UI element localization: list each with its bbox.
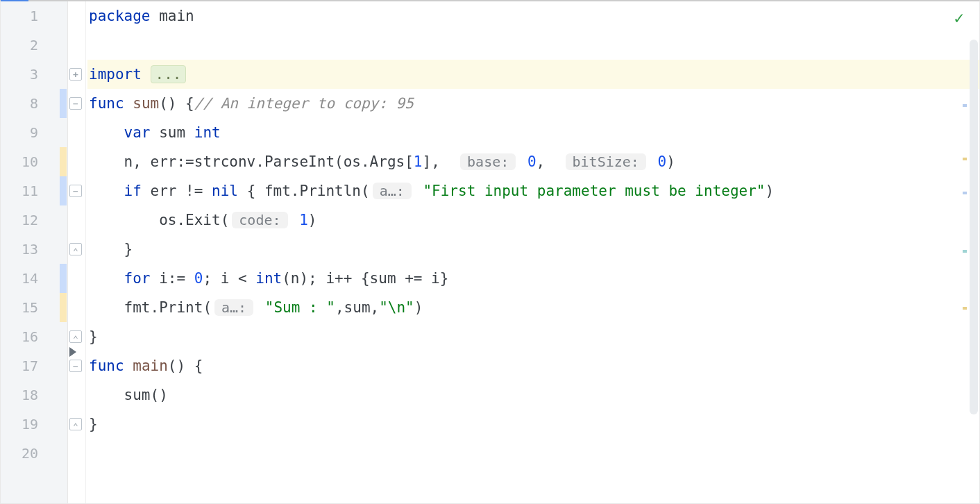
line-number[interactable]: 8 (1, 89, 67, 118)
keyword: for (124, 270, 151, 287)
expr: i:= (151, 270, 194, 287)
number: 0 (527, 153, 537, 170)
code-editor[interactable]: 1 2 3 8 9 10 11 12 13 14 15 16 17 18 19 … (0, 0, 980, 504)
fold-end-icon[interactable] (69, 243, 82, 255)
code-line[interactable]: for i:= 0 ; i < int (n); i++ {sum += i} (87, 264, 979, 293)
fold-end-icon[interactable] (69, 418, 82, 430)
code-line[interactable]: var sum int (87, 118, 979, 147)
function-name: main (133, 358, 168, 374)
number: 0 (194, 270, 203, 287)
call: os.Exit (159, 212, 221, 228)
punct: ], (422, 153, 457, 170)
fold-column (68, 1, 86, 503)
package-name: main (159, 8, 194, 24)
code-line[interactable]: } (87, 410, 979, 439)
call: strconv.ParseInt (194, 153, 335, 170)
line-number[interactable]: 19 (1, 410, 67, 439)
code-line[interactable]: n, err := strconv.ParseInt (os.Args[ 1 ]… (87, 147, 979, 176)
vcs-change-marker[interactable] (60, 293, 67, 322)
marker-tick[interactable] (963, 104, 967, 107)
line-number[interactable]: 17 (1, 351, 67, 380)
type: int (194, 124, 221, 141)
indent (89, 124, 124, 141)
inlay-hint[interactable]: a…: (373, 183, 412, 199)
line-number[interactable]: 13 (1, 235, 67, 264)
code-line[interactable] (87, 439, 979, 468)
line-number[interactable]: 16 (1, 322, 67, 351)
indent (89, 299, 124, 316)
line-number[interactable]: 9 (1, 118, 67, 147)
inlay-hint[interactable]: code: (232, 212, 287, 228)
line-number[interactable]: 14 (1, 264, 67, 293)
code-line[interactable]: os.Exit ( code: 1 ) (87, 205, 979, 235)
vcs-change-marker[interactable] (60, 89, 67, 118)
number: 0 (658, 153, 667, 170)
call: fmt.Println (264, 183, 361, 199)
code-line[interactable]: sum() (87, 380, 979, 410)
call: fmt.Print (124, 299, 203, 316)
code-line[interactable]: func sum () { // An integer to copy: 95 (87, 89, 979, 118)
expr: ; i < (203, 270, 255, 287)
inlay-hint[interactable]: a…: (214, 299, 253, 316)
function-name: sum (133, 95, 159, 112)
punct: ) (308, 212, 317, 228)
string: "\n" (379, 299, 414, 316)
marker-tick[interactable] (963, 158, 967, 160)
code-line[interactable]: } (87, 235, 979, 264)
line-number[interactable]: 10 (1, 147, 67, 176)
folded-region[interactable]: ... (151, 65, 187, 83)
brace: } (89, 328, 98, 345)
line-number[interactable]: 3 (1, 60, 67, 89)
punct: ( (361, 183, 370, 199)
space (291, 212, 300, 228)
punct: ( (203, 299, 212, 316)
fold-expand-icon[interactable] (69, 68, 82, 81)
code-line[interactable] (87, 31, 979, 60)
code-line[interactable]: if err != nil { fmt.Println ( a…: "First… (87, 176, 979, 205)
identifier: n, err (124, 153, 177, 170)
line-number[interactable]: 11 (1, 176, 67, 205)
indent (89, 387, 124, 403)
keyword: var (124, 124, 151, 141)
code-area[interactable]: ✓ package main import ... func sum () { … (86, 1, 979, 503)
number: 1 (299, 212, 308, 228)
call: sum() (124, 387, 168, 403)
inlay-hint[interactable]: bitSize: (566, 153, 646, 170)
inlay-hint[interactable]: base: (460, 153, 516, 170)
punct: (os.Args[ (335, 153, 414, 170)
string: "First input parameter must be integer" (423, 183, 765, 199)
punct: () { (168, 358, 203, 374)
code-line[interactable]: import ... (87, 60, 979, 89)
fold-collapse-icon[interactable] (69, 97, 82, 110)
code-line[interactable]: } (87, 322, 979, 351)
inspection-ok-icon[interactable]: ✓ (954, 8, 964, 28)
line-number[interactable]: 20 (1, 439, 67, 468)
line-number[interactable]: 15 (1, 293, 67, 322)
keyword: package (89, 8, 151, 24)
punct: ) (414, 299, 423, 316)
vertical-scrollbar[interactable] (970, 40, 978, 414)
indent (89, 153, 124, 170)
punct: { (238, 183, 264, 199)
marker-tick[interactable] (963, 307, 967, 310)
fold-collapse-icon[interactable] (69, 360, 82, 372)
code-line[interactable]: fmt.Print ( a…: "Sum : " ,sum, "\n" ) (87, 293, 979, 322)
indent (89, 183, 124, 199)
fold-collapse-icon[interactable] (69, 185, 82, 197)
keyword: if (124, 183, 142, 199)
line-number[interactable]: 12 (1, 205, 67, 235)
identifier: sum (159, 124, 185, 141)
code-line[interactable]: package main (87, 1, 979, 31)
arrow-right-icon[interactable] (69, 347, 76, 357)
vcs-change-marker[interactable] (60, 264, 67, 293)
line-number[interactable]: 18 (1, 380, 67, 410)
marker-tick[interactable] (963, 250, 967, 253)
marker-tick[interactable] (963, 192, 967, 194)
fold-end-icon[interactable] (69, 330, 82, 343)
keyword: func (89, 95, 124, 112)
vcs-change-marker[interactable] (60, 176, 67, 205)
line-number[interactable]: 2 (1, 31, 67, 60)
vcs-change-marker[interactable] (60, 147, 67, 176)
code-line[interactable]: func main () { (87, 351, 979, 380)
line-number[interactable]: 1 (1, 1, 67, 31)
